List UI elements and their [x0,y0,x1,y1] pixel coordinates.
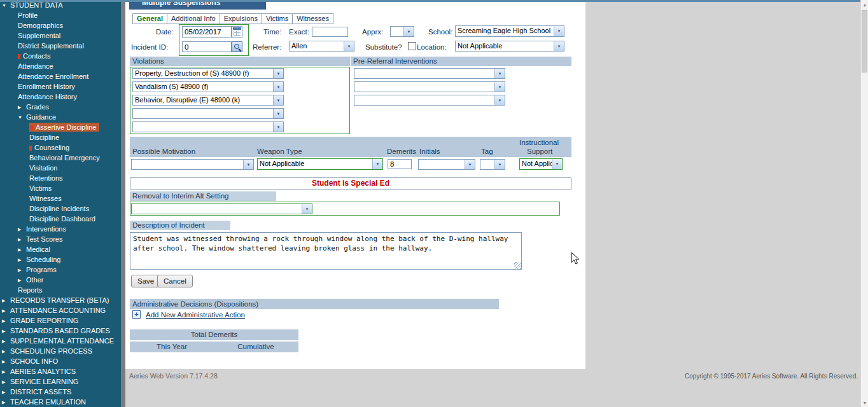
weapon-type-select[interactable]: Not Applicable ▼ [257,158,383,170]
demerits-input[interactable] [388,159,412,169]
sidebar-item-teacher-emulation[interactable]: ▶TEACHER EMULATION [0,397,121,407]
chevron-right-icon[interactable]: ▶ [18,275,26,286]
chevron-right-icon[interactable]: ▶ [18,102,26,113]
chevron-down-icon[interactable]: ▼ [18,113,26,123]
dropdown-arrow-icon[interactable]: ▼ [372,159,382,169]
sidebar-item-other[interactable]: ▶Other [0,275,121,285]
substitute-checkbox[interactable] [408,42,416,50]
chevron-right-icon[interactable]: ▶ [2,397,10,407]
sidebar-item-attendance-history[interactable]: Attendance History [0,92,121,102]
sidebar-item-aeries-analytics[interactable]: ▶AERIES ANALYTICS [0,366,121,376]
chevron-right-icon[interactable]: ▶ [18,245,26,255]
date-input[interactable] [182,26,232,38]
dropdown-arrow-icon[interactable]: ▼ [494,69,505,78]
dropdown-arrow-icon[interactable]: ▼ [494,82,505,92]
dropdown-arrow-icon[interactable]: ▼ [273,122,283,132]
sidebar-item-test-scores[interactable]: ▶Test Scores [0,234,121,244]
sidebar-item-district-assets[interactable]: ▶DISTRICT ASSETS [0,387,121,397]
sidebar-item-school-info[interactable]: ▶SCHOOL INFO [0,356,121,366]
description-textarea[interactable]: Student was witnessed throwing a rock th… [130,232,522,270]
dropdown-arrow-icon[interactable]: ▼ [554,26,564,36]
tab-additional-info[interactable]: Additional Info [167,13,220,24]
chevron-right-icon[interactable]: ▶ [2,336,10,347]
sidebar-item-witnesses[interactable]: Witnesses [0,193,121,204]
chevron-down-icon[interactable]: ▼ [2,1,10,11]
sidebar-item-profile[interactable]: Profile [0,10,121,20]
dropdown-arrow-icon[interactable]: ▼ [554,41,564,51]
sidebar-item-demographics[interactable]: Demographics [0,20,121,31]
dropdown-arrow-icon[interactable]: ▼ [494,95,505,105]
sidebar-item-attendance-enrollment[interactable]: Attendance Enrollment [0,71,121,81]
save-button[interactable]: Save [131,275,160,287]
sidebar-item-discipline-incidents[interactable]: Discipline Incidents [0,204,121,214]
prereferral-select-2[interactable]: ▼ [354,81,505,92]
exact-time-input[interactable] [312,27,348,37]
violation-select-4[interactable]: ▼ [132,108,284,119]
cancel-button[interactable]: Cancel [157,275,193,287]
chevron-right-icon[interactable]: ▶ [18,255,26,265]
scroll-down-button[interactable]: ▼ [861,398,868,407]
violation-select-3[interactable]: Behavior, Disruptive (E) 48900 (k) ▼ [132,95,284,106]
dropdown-arrow-icon[interactable]: ▼ [344,41,354,51]
sidebar-item-enrollment-history[interactable]: Enrollment History [0,81,121,92]
chevron-right-icon[interactable]: ▶ [2,367,10,377]
chevron-right-icon[interactable]: ▶ [2,357,10,367]
dropdown-arrow-icon[interactable]: ▼ [494,160,505,169]
prereferral-select-3[interactable]: ▼ [354,95,505,106]
sidebar-item-supplemental[interactable]: Supplemental [0,31,121,41]
tab-witnesses[interactable]: Witnesses [293,13,333,24]
tag-select[interactable]: ▼ [480,159,505,170]
sidebar-item-behavioral-emergency[interactable]: Behavioral Emergency [0,153,121,163]
sidebar-item-grade-reporting[interactable]: ▶GRADE REPORTING [0,315,121,326]
sidebar-item-interventions[interactable]: ▶Interventions [0,224,121,234]
chevron-right-icon[interactable]: ▶ [2,316,10,326]
add-admin-action-link[interactable]: Add New Administrative Action [146,311,245,319]
violation-select-1[interactable]: Property, Destruction of (S) 48900 (f) ▼ [132,68,284,79]
sidebar-item-visitation[interactable]: Visitation [0,163,121,173]
tab-general[interactable]: General [132,13,167,24]
chevron-right-icon[interactable]: ▶ [2,296,10,306]
scrollbar-thumb[interactable] [862,10,867,72]
sidebar-item-medical[interactable]: ▶Medical [0,244,121,254]
search-icon[interactable] [232,41,242,52]
sidebar-item-retentions[interactable]: Retentions [0,173,121,183]
sidebar-item-supplemental-attendance[interactable]: ▶SUPPLEMENTAL ATTENDANCE [0,336,121,346]
chevron-right-icon[interactable]: ▶ [18,224,26,235]
dropdown-arrow-icon[interactable]: ▼ [273,82,283,92]
violation-select-5[interactable]: ▼ [132,121,284,132]
referrer-select[interactable]: Allen ▼ [289,41,354,52]
dropdown-arrow-icon[interactable]: ▼ [403,27,414,36]
sidebar-item-discipline[interactable]: Discipline [0,132,121,142]
sidebar-item-attendance-accounting[interactable]: ▶ATTENDANCE ACCOUNTING [0,305,121,315]
apprx-select[interactable]: ▼ [390,26,414,37]
tab-expulsions[interactable]: Expulsions [220,13,262,24]
sidebar-item-programs[interactable]: ▶Programs [0,265,121,275]
sidebar-item-records-transfer-beta[interactable]: ▶RECORDS TRANSFER (BETA) [0,295,121,305]
calendar-icon[interactable] [232,26,242,38]
dropdown-arrow-icon[interactable]: ▼ [273,109,283,118]
chevron-right-icon[interactable]: ▶ [2,377,10,387]
chevron-right-icon[interactable]: ▶ [18,265,26,275]
sidebar-item-counseling[interactable]: Counseling [0,142,121,153]
scroll-up-button[interactable]: ▲ [861,0,868,9]
dropdown-arrow-icon[interactable]: ▼ [243,160,253,169]
dropdown-arrow-icon[interactable]: ▼ [273,95,283,105]
violation-select-2[interactable]: Vandalism (S) 48900 (f) ▼ [132,81,284,92]
dropdown-arrow-icon[interactable]: ▼ [302,204,312,214]
sidebar-item-scheduling-process[interactable]: ▶SCHEDULING PROCESS [0,346,121,356]
sidebar-item-discipline-dashboard[interactable]: Discipline Dashboard [0,214,121,224]
initials-select[interactable]: ▼ [418,159,475,170]
sidebar-item-assertive-discipline[interactable]: Assertive Discipline [0,122,121,132]
school-select[interactable]: Screaming Eagle High School ▼ [455,25,564,37]
prereferral-select-1[interactable]: ▼ [354,68,505,79]
chevron-right-icon[interactable]: ▶ [2,347,10,357]
dropdown-arrow-icon[interactable]: ▼ [465,160,475,169]
chevron-right-icon[interactable]: ▶ [18,235,26,245]
location-select[interactable]: Not Applicable ▼ [455,41,564,52]
dropdown-arrow-icon[interactable]: ▼ [273,69,283,78]
tab-victims[interactable]: Victims [262,13,293,24]
textarea-resize-handle[interactable] [514,262,521,269]
chevron-right-icon[interactable]: ▶ [2,387,10,397]
chevron-right-icon[interactable]: ▶ [2,306,10,316]
dropdown-arrow-icon[interactable]: ▼ [552,159,562,169]
